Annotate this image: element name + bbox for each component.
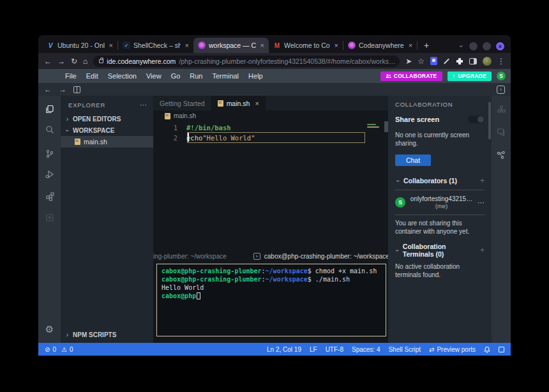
source-control-icon[interactable] (38, 144, 61, 163)
notifications-bell-icon[interactable] (484, 346, 490, 353)
ide-back-icon[interactable]: ← (44, 85, 52, 94)
eol-indicator[interactable]: LF (310, 346, 317, 353)
cursor-position[interactable]: Ln 2, Col 19 (267, 346, 301, 353)
menu-edit[interactable]: Edit (86, 72, 98, 80)
send-icon[interactable]: ➤ (405, 57, 412, 66)
preview-ports[interactable]: ⇄ Preview ports (429, 346, 476, 353)
tab-close-icon[interactable]: × (260, 41, 264, 49)
explorer-icon[interactable] (38, 100, 61, 119)
share-screen-label: Share screen (395, 116, 439, 123)
menu-file[interactable]: File (65, 72, 77, 80)
menu-go[interactable]: Go (171, 72, 181, 80)
settings-gear-icon[interactable]: ⚙ (38, 320, 61, 339)
terminal-tab-label: cabox@php-crashing-plumber: ~/workspace (264, 253, 388, 260)
breadcrumb-label: main.sh (174, 112, 196, 119)
open-editors-section[interactable]: › OPEN EDITORS (61, 113, 153, 124)
code-editor[interactable]: 1 #!/bin/bash 2 echo "Hello World" (153, 121, 388, 249)
bookmark-star-icon[interactable]: ☆ (417, 57, 425, 66)
browser-tab-gmail[interactable]: M Welcome to Co × (269, 38, 343, 53)
ide-navrow: ← → › (38, 83, 511, 96)
tab-close-icon[interactable]: × (185, 41, 189, 49)
minimap[interactable] (365, 123, 384, 161)
tab-close-icon[interactable]: × (409, 41, 412, 49)
divider (395, 190, 485, 190)
encoding-indicator[interactable]: UTF-8 (326, 346, 343, 353)
tab-close-icon[interactable]: × (335, 41, 338, 49)
editor-tabbar: Getting Started main.sh × (153, 96, 388, 110)
menu-help[interactable]: Help (248, 72, 263, 80)
extension-pin-icon[interactable] (430, 57, 437, 65)
ide-main: ⚙ EXPLORER ⋯ › OPEN EDITORS › WORKSPACE … (38, 96, 511, 343)
url-bar[interactable]: ide.codeanywhere.com/php-crashing-plumbe… (93, 56, 400, 67)
command-output: Hello World (162, 284, 204, 291)
open-panel-icon[interactable]: › (497, 86, 505, 94)
explorer-more-icon[interactable]: ⋯ (140, 101, 147, 109)
chat-button[interactable]: Chat (395, 155, 431, 166)
tab-search-chevron-icon[interactable]: › (458, 43, 465, 49)
editor-tab-main-sh[interactable]: main.sh × (211, 96, 266, 110)
add-terminal-icon[interactable]: + (480, 246, 485, 255)
browser-toolbar: ← → ↻ ⌂ ide.codeanywhere.com/php-crashin… (38, 53, 511, 69)
chat-bubbles-icon[interactable] (492, 124, 511, 140)
browser-menu-kebab-icon[interactable]: ⋮ (497, 57, 505, 66)
share-screen-toggle[interactable] (468, 116, 485, 123)
share-graph-icon[interactable] (492, 147, 511, 163)
problems-indicator[interactable]: ⊘0 ⚠0 (45, 346, 73, 353)
add-collaborator-icon[interactable]: + (480, 176, 485, 185)
language-mode[interactable]: Shell Script (388, 346, 421, 353)
indent-indicator[interactable]: Spaces: 4 (352, 346, 380, 353)
pencil-extension-icon[interactable] (444, 58, 449, 64)
gmail-tab-icon: M (273, 41, 281, 49)
upgrade-label: UPGRADE (458, 73, 486, 79)
browser-tab-ubuntu[interactable]: V Ubuntu 20 - Onl × (42, 38, 117, 53)
side-panel-icon[interactable] (469, 58, 477, 64)
layout-columns-icon[interactable] (73, 86, 80, 93)
reload-icon[interactable]: ↻ (71, 57, 77, 66)
editor-tab-close-icon[interactable]: × (255, 100, 259, 107)
upgrade-button[interactable]: ↑ UPGRADE (447, 72, 492, 81)
forward-icon[interactable]: → (57, 57, 65, 66)
browser-tab-shellcheck[interactable]: ✓ ShellCheck – sh × (118, 38, 193, 53)
breadcrumb[interactable]: main.sh (153, 110, 388, 121)
run-debug-icon[interactable] (38, 165, 61, 184)
editor-tab-getting-started[interactable]: Getting Started (153, 96, 211, 110)
terminal-output[interactable]: cabox@php-crashing-plumber:~/workspace$ … (156, 264, 386, 336)
collab-terminals-header[interactable]: › Collaboration Terminals (0) + (395, 243, 485, 258)
extensions-puzzle-icon[interactable] (456, 57, 463, 65)
maximize-button[interactable] (483, 42, 491, 50)
ide-forward-icon[interactable]: → (59, 85, 66, 94)
not-sharing-note: You are not sharing this container with … (395, 219, 485, 236)
npm-scripts-section[interactable]: › NPM SCRIPTS (61, 329, 153, 340)
workspace-section[interactable]: › WORKSPACE (61, 124, 153, 136)
prompt-partial: cabox@php (162, 292, 196, 299)
menu-selection[interactable]: Selection (108, 72, 137, 80)
file-item-main-sh[interactable]: main.sh (61, 136, 153, 147)
window-close-button[interactable]: × (496, 42, 504, 50)
extensions-icon[interactable] (38, 187, 61, 206)
tab-close-icon[interactable]: × (109, 41, 113, 49)
minimize-button[interactable] (469, 42, 478, 50)
collab-scrollbar[interactable] (488, 102, 491, 139)
collaborator-row[interactable]: S onlyfortesting43215… (me) ⋯ (395, 193, 485, 211)
browser-tab-workspace-active[interactable]: workspace — C × (193, 38, 269, 53)
new-tab-button[interactable]: + (417, 40, 435, 53)
no-sharing-note: No one is currently screen sharing. (395, 131, 485, 147)
browser-profile-avatar[interactable] (483, 57, 492, 66)
search-icon[interactable] (38, 120, 61, 139)
collaborators-header[interactable]: › Collaborators (1) + (395, 176, 485, 185)
user-avatar[interactable]: S (497, 72, 506, 80)
menu-view[interactable]: View (146, 72, 162, 80)
menu-terminal[interactable]: Terminal (213, 72, 239, 80)
home-icon[interactable]: ⌂ (83, 57, 87, 66)
collaboration-people-icon[interactable] (492, 101, 511, 117)
browser-tab-codeanywhere[interactable]: Codeanywhere × (343, 38, 417, 53)
back-icon[interactable]: ← (44, 57, 52, 66)
remote-explorer-icon[interactable] (38, 208, 61, 227)
terminal-tab-active[interactable]: › cabox@php-crashing-plumber: ~/workspac… (253, 253, 388, 260)
codeanywhere-tab-icon (198, 41, 206, 49)
collaborator-menu-icon[interactable]: ⋯ (478, 199, 485, 207)
feedback-icon[interactable] (499, 347, 504, 352)
menu-run[interactable]: Run (190, 72, 202, 80)
collaborate-button[interactable]: COLLABORATE (380, 72, 442, 81)
terminal-tab-partial[interactable]: ing-plumber: ~/workspace (153, 253, 227, 260)
